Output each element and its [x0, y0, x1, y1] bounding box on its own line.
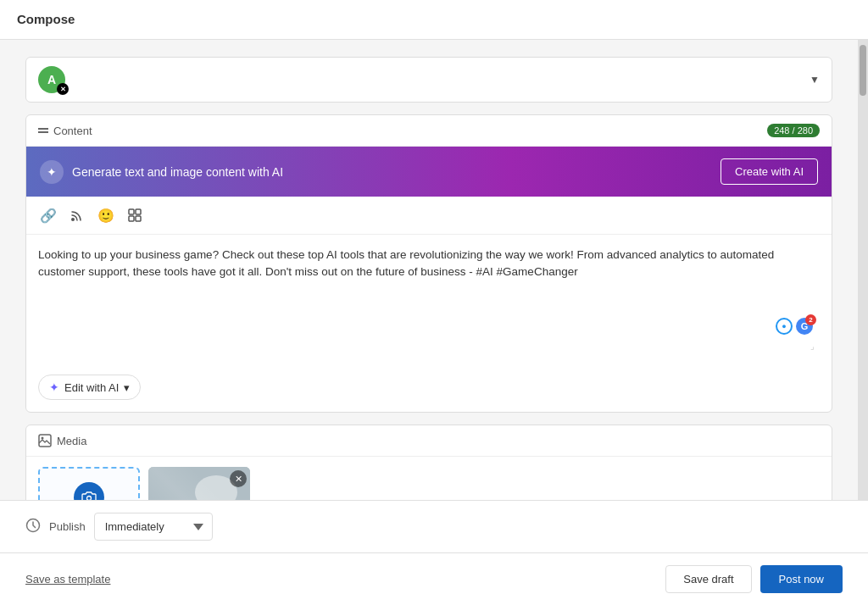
image-icon — [38, 434, 52, 447]
text-content-area: Looking to up your business game? Check … — [26, 235, 832, 366]
title-bar: Compose — [0, 0, 868, 40]
edit-ai-chevron-icon: ▾ — [124, 381, 130, 394]
rss-icon[interactable] — [65, 203, 89, 227]
save-draft-button[interactable]: Save draft — [665, 565, 751, 593]
upload-box[interactable]: Select Media Or Drag File Here — [38, 467, 140, 500]
emoji-icon[interactable]: 🙂 — [94, 203, 118, 227]
publish-bar: Publish Immediately Schedule Draft — [0, 500, 868, 552]
drag-handle-icon — [38, 128, 48, 133]
create-with-ai-button[interactable]: Create with AI — [721, 158, 818, 185]
link-icon[interactable]: 🔗 — [36, 203, 60, 227]
edit-ai-label: Edit with AI — [64, 381, 119, 394]
camera-icon — [74, 482, 104, 500]
resize-handle[interactable]: ⌟ — [38, 341, 820, 354]
content-section: Content 248 / 280 ✦ Generate text and im… — [25, 114, 832, 413]
content-header: Content 248 / 280 — [26, 115, 832, 147]
indicator-circle: ● — [776, 318, 793, 335]
publish-select[interactable]: Immediately Schedule Draft — [94, 513, 213, 541]
resize-icon: ⌟ — [810, 341, 815, 351]
publish-label: Publish — [49, 520, 86, 533]
publish-row: Publish Immediately Schedule Draft — [25, 513, 213, 541]
grid-icon[interactable] — [123, 203, 147, 227]
svg-rect-4 — [136, 216, 141, 221]
media-thumbnail: ✕ — [148, 467, 250, 500]
svg-point-0 — [71, 218, 75, 221]
post-text-input[interactable]: Looking to up your business game? Check … — [38, 247, 820, 314]
grammarly-badge: 2 — [805, 314, 816, 325]
svg-rect-1 — [129, 209, 134, 214]
scrollbar-track[interactable] — [858, 40, 868, 500]
grammarly-indicator: G 2 — [796, 318, 813, 335]
media-header: Media — [26, 425, 832, 457]
ai-banner-left: ✦ Generate text and image content with A… — [40, 160, 283, 184]
media-section: Media Select Media Or Drag File Here — [25, 425, 832, 500]
ai-banner: ✦ Generate text and image content with A… — [26, 147, 832, 197]
svg-point-6 — [42, 437, 44, 440]
page-title: Compose — [17, 12, 75, 26]
svg-rect-3 — [129, 216, 134, 221]
compose-area: A ✕ ▼ Content 248 / 280 — [0, 40, 858, 500]
avatar: A ✕ — [38, 66, 65, 93]
editor-indicators: ● G 2 — [38, 318, 820, 341]
content-label-text: Content — [53, 125, 92, 137]
media-label: Media — [57, 435, 86, 447]
ai-banner-text: Generate text and image content with AI — [72, 165, 283, 179]
svg-rect-2 — [136, 209, 141, 214]
account-selector[interactable]: A ✕ ▼ — [25, 57, 832, 103]
post-now-button[interactable]: Post now — [760, 565, 843, 593]
char-count-badge: 248 / 280 — [767, 124, 820, 137]
edit-with-ai-button[interactable]: ✦ Edit with AI ▾ — [38, 375, 141, 400]
content-label: Content — [38, 125, 92, 137]
ai-sparkle-icon: ✦ — [40, 160, 64, 184]
sparkle-icon: ✦ — [49, 380, 59, 394]
editor-toolbar: 🔗 🙂 — [26, 197, 832, 235]
platform-badge: ✕ — [57, 83, 69, 95]
footer-bar: Save as template Save draft Post now — [0, 552, 868, 605]
thumbnail-remove-button[interactable]: ✕ — [230, 470, 247, 487]
chevron-down-icon: ▼ — [810, 74, 820, 86]
edit-ai-section: ✦ Edit with AI ▾ — [26, 366, 832, 412]
media-grid: Select Media Or Drag File Here — [26, 457, 832, 500]
scrollbar-thumb[interactable] — [860, 45, 866, 96]
svg-point-18 — [165, 495, 199, 500]
clock-icon — [25, 518, 41, 536]
action-buttons: Save draft Post now — [665, 565, 843, 593]
save-template-button[interactable]: Save as template — [25, 573, 110, 586]
